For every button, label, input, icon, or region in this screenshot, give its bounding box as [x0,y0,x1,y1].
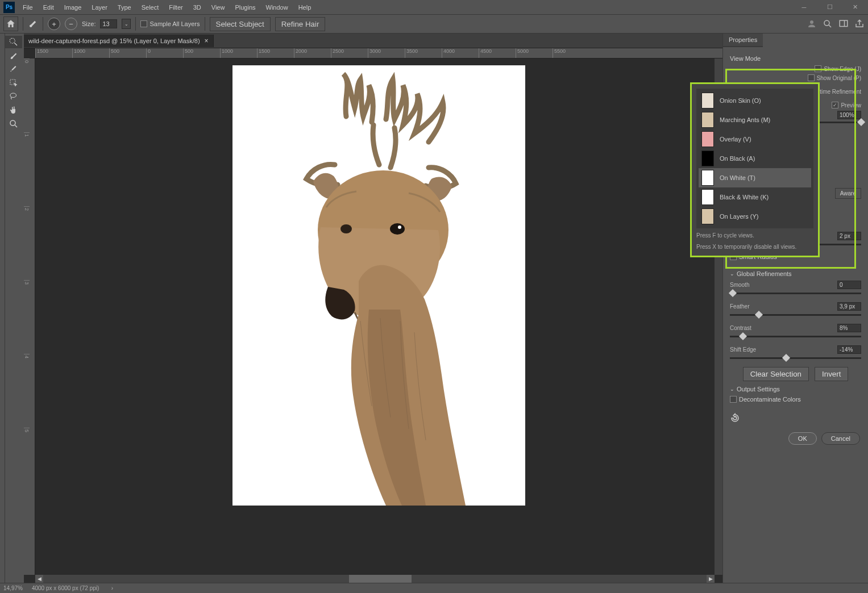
menu-view[interactable]: View [207,2,230,12]
document-tab[interactable]: wild-deer-captured-forest.psd @ 15% (Lay… [24,35,214,47]
horizontal-scrollbar[interactable]: ◀ ▶ [35,575,715,583]
view-mode-option[interactable]: Marching Ants (M) [699,110,811,130]
refine-hair-button[interactable]: Refine Hair [275,17,326,31]
subtract-from-selection-button[interactable]: − [65,18,77,30]
decontaminate-label: Decontaminate Colors [739,396,801,403]
view-mode-option[interactable]: Overlay (V) [699,130,811,149]
contrast-slider[interactable] [730,336,861,337]
view-mode-option[interactable]: On Black (A) [699,149,811,168]
shift-edge-slider[interactable] [730,357,861,359]
view-mode-option[interactable]: Black & White (K) [699,187,811,207]
quick-selection-tool[interactable] [5,36,22,48]
brush-tool[interactable] [5,63,22,76]
reset-icon[interactable] [730,413,740,423]
document-area: wild-deer-captured-forest.psd @ 15% (Lay… [24,34,722,583]
scroll-left-arrow[interactable]: ◀ [35,575,43,583]
minimize-button[interactable]: ─ [791,0,817,14]
close-button[interactable]: ✕ [842,0,868,14]
document-tabs: wild-deer-captured-forest.psd @ 15% (Lay… [24,34,722,48]
select-subject-button[interactable]: Select Subject [210,17,271,31]
status-bar: 14,97% 4000 px x 6000 px (72 ppi) › [0,583,868,593]
view-mode-option[interactable]: On Layers (Y) [699,207,811,226]
decontaminate-checkbox[interactable]: Decontaminate Colors [730,396,861,403]
zoom-tool[interactable] [5,118,22,130]
size-label: Size: [82,20,95,27]
view-mode-popup: Onion Skin (O)Marching Ants (M)Overlay (… [690,82,820,257]
view-thumb-icon [701,170,714,186]
brush-icon[interactable] [28,19,38,29]
menu-3d[interactable]: 3D [189,2,206,12]
show-edge-checkbox[interactable]: Show Edge (J) [815,65,861,72]
zoom-level[interactable]: 14,97% [3,585,23,591]
contrast-value[interactable]: 8% [837,324,861,332]
menu-filter[interactable]: Filter [164,2,187,12]
menu-window[interactable]: Window [261,2,293,12]
lasso-tool[interactable] [5,90,22,103]
clear-selection-button[interactable]: Clear Selection [743,367,809,381]
home-icon[interactable] [3,16,18,31]
output-settings-section[interactable]: ⌄Output Settings [730,386,861,392]
add-to-selection-button[interactable]: + [48,18,60,30]
workspace-icon[interactable] [838,19,849,29]
view-mode-option[interactable]: Onion Skin (O) [699,91,811,110]
view-thumb-icon [701,189,714,205]
view-option-label: Marching Ants (M) [720,116,770,123]
preview-checkbox[interactable]: Preview [832,102,861,108]
scroll-right-arrow[interactable]: ▶ [707,575,715,583]
feather-value[interactable]: 3,9 px [837,302,861,311]
share-icon[interactable] [854,19,865,29]
options-bar: + − Size: ⌄ Sample All Layers Select Sub… [0,14,868,34]
properties-tab[interactable]: Properties [723,34,763,47]
window-controls: ─ ☐ ✕ [791,0,868,14]
global-refinements-section[interactable]: ⌄Global Refinements [730,270,861,277]
menu-file[interactable]: File [18,2,38,12]
menu-edit[interactable]: Edit [39,2,59,12]
menu-select[interactable]: Select [137,2,164,12]
smooth-label: Smooth [730,282,749,288]
feather-slider[interactable] [730,314,861,316]
menu-layer[interactable]: Layer [87,2,112,12]
popup-hint-2: Press X to temporarily disable all views… [696,243,813,251]
opacity-value[interactable]: 100% [837,111,861,119]
view-mode-option[interactable]: On White (T) [699,168,811,187]
smooth-slider[interactable] [730,293,861,294]
vertical-ruler: 012345 [24,59,35,575]
invert-button[interactable]: Invert [815,367,848,381]
sample-all-layers-checkbox[interactable]: Sample All Layers [140,20,200,27]
radius-value[interactable]: 2 px [837,232,861,240]
svg-point-8 [390,223,405,235]
object-selection-tool[interactable] [5,77,22,89]
search-icon[interactable] [823,19,833,29]
document-dimensions: 4000 px x 6000 px (72 ppi) [32,585,99,591]
menu-help[interactable]: Help [294,2,316,12]
collapsed-panel-strip[interactable] [0,34,5,583]
maximize-button[interactable]: ☐ [817,0,842,14]
menu-image[interactable]: Image [60,2,86,12]
scroll-thumb[interactable] [349,575,412,583]
ok-button[interactable]: OK [788,432,817,445]
shift-edge-value[interactable]: -14% [837,345,861,354]
hand-tool[interactable] [5,104,22,116]
show-edge-label: Show Edge (J) [824,66,861,72]
app-logo: Ps [3,2,15,13]
svg-point-5 [10,93,16,98]
view-option-label: On White (T) [720,174,755,181]
svg-point-1 [824,20,829,26]
svg-point-3 [10,38,15,43]
menu-plugins[interactable]: Plugins [230,2,260,12]
user-icon[interactable] [807,19,817,29]
status-arrow[interactable]: › [108,585,116,591]
refine-edge-brush-tool[interactable] [5,49,22,62]
tab-close-button[interactable]: × [205,37,209,45]
size-input[interactable] [100,19,117,28]
object-aware-button[interactable]: Aware [835,188,861,199]
smooth-value[interactable]: 0 [837,281,861,289]
cancel-button[interactable]: Cancel [821,432,860,445]
menu-type[interactable]: Type [113,2,136,12]
canvas[interactable] [35,59,722,575]
document-image [232,65,525,506]
preview-label: Preview [841,102,861,108]
size-dropdown[interactable]: ⌄ [122,19,131,29]
object-aware-label: Aware [840,190,856,197]
show-original-checkbox[interactable]: Show Original (P) [808,74,861,81]
